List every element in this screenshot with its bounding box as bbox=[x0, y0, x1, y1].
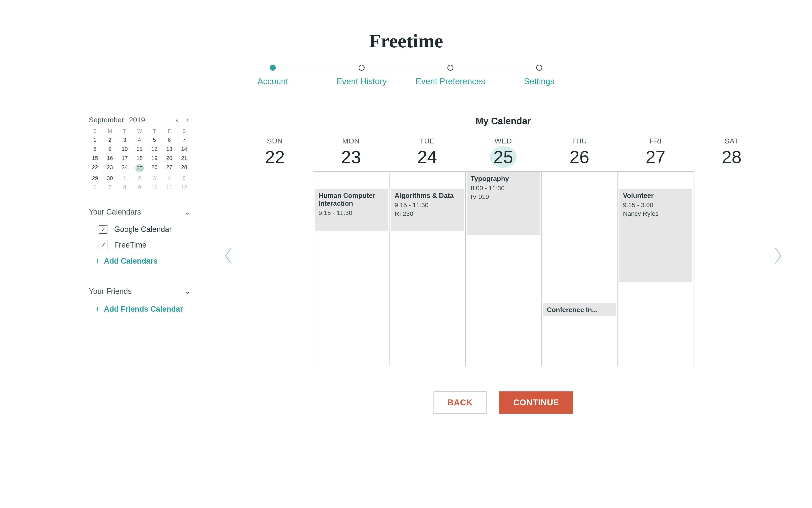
mini-day[interactable]: 24 bbox=[119, 164, 131, 172]
mini-day[interactable]: 27 bbox=[163, 164, 175, 172]
mini-day[interactable]: 8 bbox=[119, 184, 131, 190]
step-event-history[interactable]: Event History bbox=[317, 65, 406, 86]
mini-day[interactable]: 4 bbox=[163, 175, 175, 181]
mini-day[interactable]: 10 bbox=[148, 184, 161, 190]
step-label: Settings bbox=[524, 77, 555, 86]
mini-day[interactable]: 2 bbox=[104, 137, 116, 143]
event-location: IV 019 bbox=[471, 193, 536, 201]
mini-cal-prev[interactable]: ‹ bbox=[174, 116, 180, 124]
mini-day[interactable]: 23 bbox=[104, 164, 116, 172]
mini-day[interactable]: 1 bbox=[119, 175, 131, 181]
mini-day[interactable]: 16 bbox=[104, 155, 116, 161]
day-body[interactable]: Algorithms & Data9:15 - 11:30RI 230 bbox=[389, 171, 465, 366]
mini-day[interactable]: 22 bbox=[89, 164, 101, 172]
mini-day[interactable]: 3 bbox=[119, 137, 131, 143]
mini-day[interactable]: 26 bbox=[148, 164, 161, 172]
week-prev-button[interactable] bbox=[220, 137, 237, 366]
calendar-label: FreeTime bbox=[114, 241, 146, 249]
week-next-button[interactable] bbox=[770, 137, 786, 366]
mini-day[interactable]: 11 bbox=[163, 184, 175, 190]
mini-calendar[interactable]: SMTWTFS123456789101112131415161718192021… bbox=[89, 128, 190, 190]
step-event-preferences[interactable]: Event Preferences bbox=[406, 65, 495, 86]
mini-day[interactable]: 13 bbox=[163, 146, 175, 152]
mini-day[interactable]: 11 bbox=[133, 146, 146, 152]
day-number[interactable]: 26 bbox=[541, 148, 618, 166]
mini-day[interactable]: 18 bbox=[133, 155, 146, 161]
your-calendars-toggle[interactable]: Your Calendars ⌄ bbox=[89, 208, 190, 216]
add-calendars-link[interactable]: + Add Calendars bbox=[95, 256, 190, 266]
mini-day[interactable]: 14 bbox=[178, 146, 190, 152]
mini-day[interactable]: 7 bbox=[178, 137, 190, 143]
mini-day[interactable]: 3 bbox=[148, 175, 161, 181]
day-of-week-label: SAT bbox=[693, 137, 770, 145]
add-friends-link[interactable]: + Add Friends Calendar bbox=[95, 304, 190, 314]
calendar-event[interactable]: Conference In... bbox=[543, 303, 616, 316]
chevron-down-icon: ⌄ bbox=[184, 287, 190, 296]
step-circle-icon bbox=[359, 65, 365, 71]
mini-dow: S bbox=[178, 128, 190, 134]
calendar-toggle-google-calendar[interactable]: ✓Google Calendar bbox=[99, 225, 190, 234]
your-friends-toggle[interactable]: Your Friends ⌄ bbox=[89, 287, 190, 296]
mini-day[interactable]: 10 bbox=[119, 146, 131, 152]
mini-day[interactable]: 12 bbox=[148, 146, 161, 152]
checkbox-icon: ✓ bbox=[99, 241, 107, 249]
mini-day[interactable]: 4 bbox=[133, 137, 146, 143]
mini-day[interactable]: 8 bbox=[89, 146, 101, 152]
mini-day[interactable]: 25 bbox=[133, 164, 146, 172]
mini-cal-next[interactable]: › bbox=[185, 116, 190, 124]
event-title: Conference In... bbox=[547, 306, 613, 314]
day-number[interactable]: 25 bbox=[465, 148, 541, 166]
day-column-fri: FRI27Volunteer9:15 - 3:00Nancy Ryles bbox=[618, 137, 693, 366]
mini-day[interactable]: 7 bbox=[104, 184, 116, 190]
day-body[interactable]: Conference In... bbox=[541, 171, 618, 366]
day-number[interactable]: 27 bbox=[618, 148, 693, 166]
mini-day[interactable]: 15 bbox=[89, 155, 101, 161]
calendar-event[interactable]: Volunteer9:15 - 3:00Nancy Ryles bbox=[619, 189, 692, 282]
day-body[interactable]: Human Computer Interaction9:15 - 11:30 bbox=[313, 171, 389, 366]
mini-day[interactable]: 30 bbox=[104, 175, 116, 181]
day-number[interactable]: 28 bbox=[693, 148, 770, 166]
mini-day[interactable]: 9 bbox=[104, 146, 116, 152]
day-body[interactable] bbox=[237, 171, 313, 366]
day-number[interactable]: 24 bbox=[389, 148, 465, 166]
calendar-toggle-freetime[interactable]: ✓FreeTime bbox=[99, 241, 190, 249]
add-friends-label: Add Friends Calendar bbox=[104, 305, 183, 313]
step-account[interactable]: Account bbox=[228, 65, 317, 86]
mini-day[interactable]: 21 bbox=[178, 155, 190, 161]
your-calendars-label: Your Calendars bbox=[89, 208, 141, 216]
mini-day[interactable]: 20 bbox=[163, 155, 175, 161]
progress-stepper: AccountEvent HistoryEvent PreferencesSet… bbox=[0, 65, 812, 86]
event-time: 9:15 - 11:30 bbox=[395, 201, 460, 209]
calendar-event[interactable]: Human Computer Interaction9:15 - 11:30 bbox=[315, 189, 388, 231]
calendar-event[interactable]: Algorithms & Data9:15 - 11:30RI 230 bbox=[391, 189, 464, 231]
mini-day[interactable]: 9 bbox=[133, 184, 146, 190]
step-settings[interactable]: Settings bbox=[495, 65, 584, 86]
day-body[interactable] bbox=[693, 171, 770, 366]
continue-button[interactable]: CONTINUE bbox=[499, 391, 573, 414]
calendar-event[interactable]: Typography8:00 - 11:30IV 019 bbox=[467, 172, 540, 235]
day-body[interactable]: Typography8:00 - 11:30IV 019 bbox=[465, 171, 541, 366]
day-number[interactable]: 23 bbox=[313, 148, 389, 166]
mini-day[interactable]: 5 bbox=[148, 137, 161, 143]
event-time: 9:15 - 3:00 bbox=[623, 201, 688, 209]
mini-day[interactable]: 12 bbox=[178, 184, 190, 190]
day-number[interactable]: 22 bbox=[237, 148, 313, 166]
mini-cal-month: September bbox=[89, 116, 124, 124]
step-circle-icon bbox=[536, 65, 542, 71]
sidebar: September 2019 ‹ › SMTWTFS12345678910111… bbox=[89, 116, 190, 414]
calendar-title: My Calendar bbox=[220, 116, 786, 126]
mini-day[interactable]: 6 bbox=[163, 137, 175, 143]
mini-day[interactable]: 1 bbox=[89, 137, 101, 143]
day-column-mon: MON23Human Computer Interaction9:15 - 11… bbox=[313, 137, 389, 366]
mini-day[interactable]: 2 bbox=[133, 175, 146, 181]
mini-day[interactable]: 6 bbox=[89, 184, 101, 190]
event-location: Nancy Ryles bbox=[623, 209, 688, 218]
mini-day[interactable]: 17 bbox=[119, 155, 131, 161]
mini-day[interactable]: 29 bbox=[89, 175, 101, 181]
mini-day[interactable]: 19 bbox=[148, 155, 161, 161]
day-of-week-label: TUE bbox=[389, 137, 465, 145]
day-body[interactable]: Volunteer9:15 - 3:00Nancy Ryles bbox=[618, 171, 693, 366]
mini-day[interactable]: 28 bbox=[178, 164, 190, 172]
mini-day[interactable]: 5 bbox=[178, 175, 190, 181]
back-button[interactable]: BACK bbox=[434, 391, 487, 414]
